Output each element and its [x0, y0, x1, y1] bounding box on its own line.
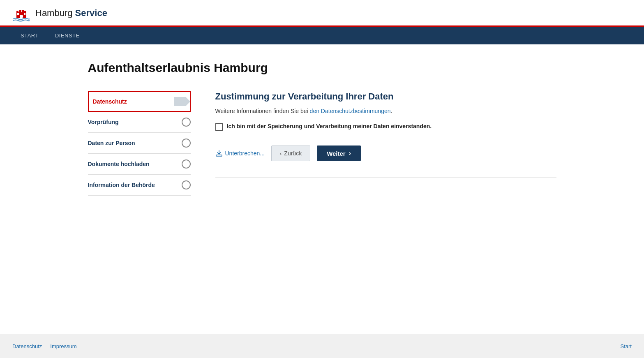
step-datenschutz-label: Datenschutz: [93, 98, 127, 105]
interrupt-button[interactable]: Unterbrechen...: [215, 150, 265, 157]
next-button[interactable]: Weiter ›: [317, 146, 361, 161]
consent-label[interactable]: Ich bin mit der Speicherung und Verarbei…: [227, 122, 432, 131]
footer-links: Datenschutz Impressum: [12, 343, 77, 349]
svg-rect-8: [216, 155, 222, 156]
step-datenschutz-arrow: [174, 97, 186, 106]
arrow-box: [174, 97, 186, 106]
datenschutz-link[interactable]: den Datenschutzbestimmungen: [310, 108, 391, 114]
form-description: Weitere Informationen finden Sie bei den…: [215, 108, 556, 114]
svg-rect-2: [19, 10, 21, 13]
svg-rect-7: [24, 13, 25, 15]
footer: Datenschutz Impressum Start: [0, 334, 644, 358]
svg-rect-1: [16, 11, 18, 13]
header: Hamburg Service: [0, 0, 644, 27]
footer-right: Start: [621, 342, 632, 350]
next-chevron-icon: ›: [349, 150, 351, 157]
back-button[interactable]: ‹ Zurück: [271, 146, 310, 161]
step-dokumente-circle: [182, 159, 191, 169]
main-content: Aufenthaltserlaubnis Hamburg Datenschutz…: [76, 44, 569, 334]
nav-start[interactable]: START: [12, 27, 47, 44]
step-information-circle: [182, 180, 191, 189]
content-divider: [215, 178, 556, 178]
hamburg-logo-icon: [12, 4, 30, 22]
svg-rect-5: [20, 15, 23, 18]
page-title: Aufenthaltserlaubnis Hamburg: [88, 61, 556, 75]
back-chevron-icon: ‹: [280, 150, 282, 157]
content-area: Datenschutz Vorprüfung Daten zur Person …: [88, 91, 556, 196]
footer-start-link[interactable]: Start: [621, 343, 632, 349]
svg-rect-4: [24, 11, 26, 13]
step-datenschutz[interactable]: Datenschutz: [88, 91, 191, 112]
footer-impressum-link[interactable]: Impressum: [50, 343, 76, 349]
step-information[interactable]: Information der Behörde: [88, 175, 191, 196]
main-nav: START DIENSTE: [0, 27, 644, 44]
step-vorpruefung-circle: [182, 118, 191, 127]
step-vorpruefung[interactable]: Vorprüfung: [88, 112, 191, 133]
step-information-label: Information der Behörde: [88, 182, 155, 188]
step-daten-circle: [182, 139, 191, 148]
form-panel: Zustimmung zur Verarbeitung Ihrer Daten …: [215, 91, 556, 178]
logo-text: Hamburg Service: [35, 8, 107, 18]
step-daten-zur-person[interactable]: Daten zur Person: [88, 133, 191, 154]
form-title: Zustimmung zur Verarbeitung Ihrer Daten: [215, 91, 556, 102]
steps-panel: Datenschutz Vorprüfung Daten zur Person …: [88, 91, 191, 196]
svg-rect-6: [17, 13, 19, 15]
consent-checkbox[interactable]: [215, 123, 223, 131]
step-daten-label: Daten zur Person: [88, 140, 135, 146]
buttons-row: Unterbrechen... ‹ Zurück Weiter ›: [215, 146, 556, 161]
nav-dienste[interactable]: DIENSTE: [47, 27, 88, 44]
step-dokumente-label: Dokumente hochladen: [88, 161, 150, 167]
consent-row: Ich bin mit der Speicherung und Verarbei…: [215, 122, 556, 131]
interrupt-icon: [215, 150, 223, 157]
svg-rect-3: [22, 10, 24, 13]
step-vorpruefung-label: Vorprüfung: [88, 119, 119, 125]
footer-datenschutz-link[interactable]: Datenschutz: [12, 343, 42, 349]
step-dokumente[interactable]: Dokumente hochladen: [88, 154, 191, 175]
logo-area: Hamburg Service: [12, 4, 107, 25]
